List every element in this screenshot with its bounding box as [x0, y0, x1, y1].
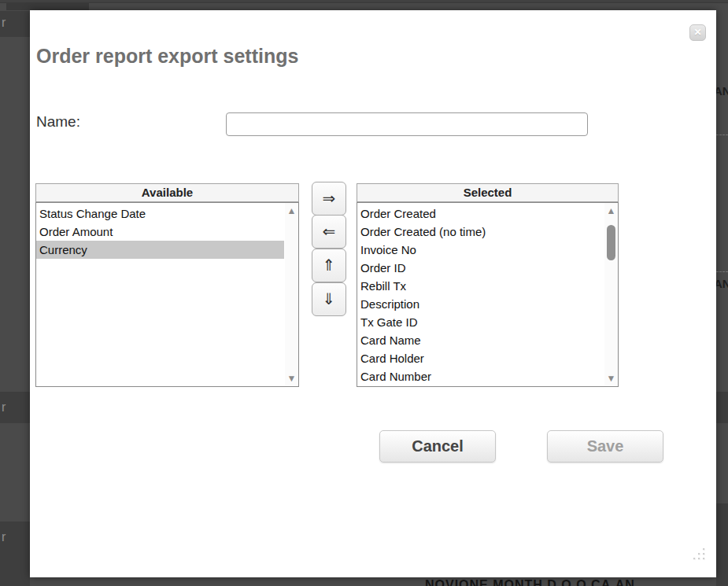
background-text-fragment: r — [2, 530, 6, 544]
background-row-fragment — [716, 503, 728, 586]
available-scrollbar[interactable]: ▲ ▼ — [285, 203, 298, 386]
save-button[interactable]: Save — [547, 430, 663, 463]
list-item[interactable]: Card Number — [357, 367, 604, 385]
list-item[interactable]: Order ID — [357, 259, 604, 277]
cancel-button[interactable]: Cancel — [379, 430, 496, 463]
list-item[interactable]: Order Created (no time) — [357, 223, 604, 241]
selected-listbox[interactable]: Order CreatedOrder Created (no time)Invo… — [357, 202, 619, 387]
move-right-button[interactable]: ⇒ — [312, 182, 346, 216]
list-item[interactable]: Order Created — [357, 205, 604, 223]
list-item[interactable]: Description — [357, 295, 604, 313]
dimmed-page-overlay: r r r AN AN NOVIONE MONTH D.O.O CA.AN ✕ … — [0, 0, 728, 586]
move-up-button[interactable]: ⇑ — [312, 249, 346, 282]
list-item[interactable]: Tx Gate ID — [357, 313, 604, 331]
background-row-fragment — [716, 392, 728, 423]
available-list-header: Available — [35, 183, 299, 202]
list-item[interactable]: Card Holder — [357, 349, 604, 367]
name-input[interactable] — [226, 112, 588, 136]
list-item[interactable]: Invoice No — [357, 241, 604, 259]
available-items: Status Change DateOrder AmountCurrency — [36, 205, 284, 259]
scroll-up-icon[interactable]: ▲ — [604, 205, 618, 217]
background-divider-fragment — [716, 135, 728, 135]
background-text-fragment: r — [2, 400, 6, 415]
list-item[interactable]: Status Change Date — [36, 205, 284, 223]
list-item[interactable]: Order Amount — [36, 223, 284, 241]
move-left-button[interactable]: ⇐ — [312, 215, 346, 249]
scrollbar-thumb[interactable] — [607, 225, 615, 260]
selected-items: Order CreatedOrder Created (no time)Invo… — [357, 205, 604, 385]
available-listbox[interactable]: Status Change DateOrder AmountCurrency ▲… — [35, 202, 299, 387]
selected-list-header: Selected — [357, 183, 619, 202]
background-divider-fragment — [716, 271, 728, 272]
scroll-up-icon[interactable]: ▲ — [285, 205, 298, 217]
close-icon[interactable]: ✕ — [689, 24, 706, 41]
scroll-down-icon[interactable]: ▼ — [604, 372, 618, 385]
background-text-fragment: r — [2, 16, 6, 30]
scroll-down-icon[interactable]: ▼ — [285, 372, 298, 385]
background-text-fragment: NOVIONE MONTH D.O.O CA.AN — [425, 578, 635, 586]
list-item[interactable]: Card Name — [357, 331, 604, 349]
move-down-button[interactable]: ⇓ — [312, 282, 346, 316]
background-tab-fragment — [6, 3, 89, 10]
export-settings-dialog: ✕ Order report export settings Name: Ava… — [30, 10, 716, 577]
list-item[interactable]: Currency — [36, 241, 284, 259]
resize-grip-icon[interactable] — [691, 548, 705, 561]
selected-scrollbar[interactable]: ▲ ▼ — [604, 203, 618, 386]
dialog-title: Order report export settings — [36, 45, 298, 68]
name-label: Name: — [36, 113, 80, 131]
background-top-strip — [0, 0, 728, 3]
list-item[interactable]: Rebill Tx — [357, 277, 604, 295]
